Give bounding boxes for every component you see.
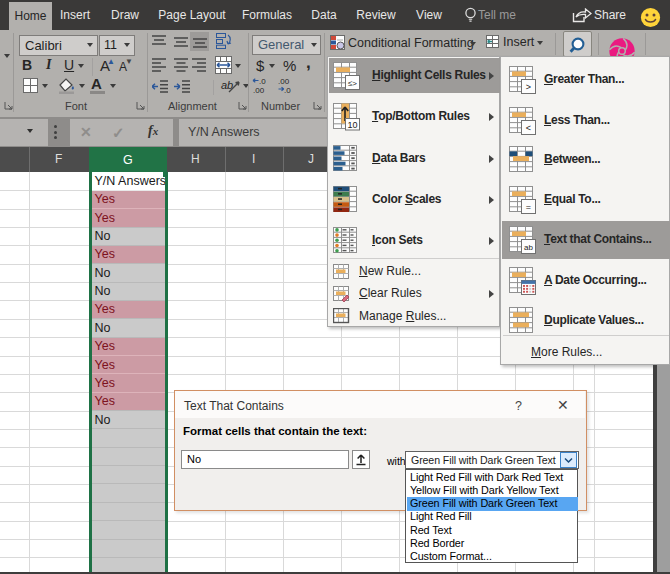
svg-text:≤>: ≤> — [348, 79, 357, 88]
svg-text:.00: .00 — [253, 86, 265, 95]
svg-text:10: 10 — [347, 120, 357, 130]
svg-text:<: < — [526, 123, 531, 133]
svg-text:>: > — [526, 82, 531, 92]
svg-text:=: = — [526, 202, 531, 212]
svg-text:ab: ab — [524, 243, 533, 252]
svg-text:.0: .0 — [284, 86, 291, 95]
